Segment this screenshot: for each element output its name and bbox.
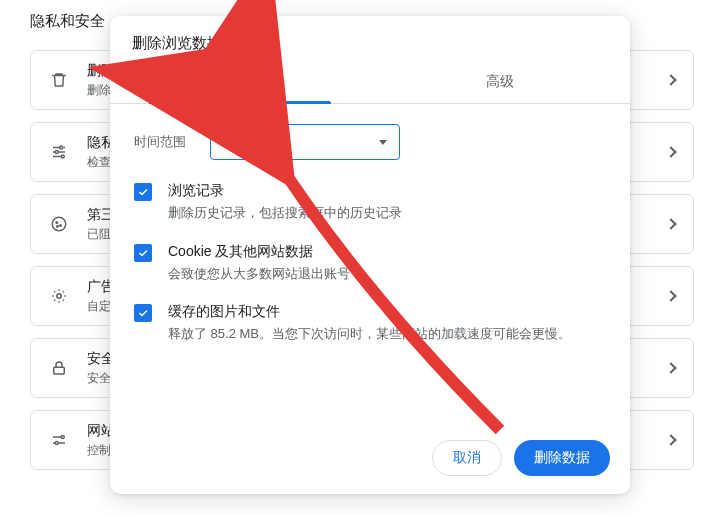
time-range-value: 时间不限 [223,133,275,151]
checkbox-cache[interactable] [134,304,152,322]
delete-data-button[interactable]: 删除数据 [514,440,610,476]
time-range-select[interactable]: 时间不限 [210,124,400,160]
chevron-down-icon [379,140,387,145]
dialog-title: 删除浏览数据 [110,16,630,63]
check-sub: 会致使您从大多数网站退出账号 [168,264,606,284]
check-title: Cookie 及其他网站数据 [168,243,606,261]
dialog-overlay: 删除浏览数据 基本 高级 时间范围 时间不限 浏览记录 删除历史记录，包括搜索框… [0,0,724,515]
check-sub: 释放了 85.2 MB。当您下次访问时，某些网站的加载速度可能会更慢。 [168,324,606,344]
check-sub: 删除历史记录，包括搜索框中的历史记录 [168,203,606,223]
check-title: 浏览记录 [168,182,606,200]
check-item-cookies: Cookie 及其他网站数据 会致使您从大多数网站退出账号 [134,243,606,284]
check-item-history: 浏览记录 删除历史记录，包括搜索框中的历史记录 [134,182,606,223]
time-range-row: 时间范围 时间不限 [134,124,606,160]
check-title: 缓存的图片和文件 [168,303,606,321]
tab-advanced[interactable]: 高级 [370,63,630,103]
check-item-cache: 缓存的图片和文件 释放了 85.2 MB。当您下次访问时，某些网站的加载速度可能… [134,303,606,344]
cancel-button[interactable]: 取消 [432,440,502,476]
checkbox-history[interactable] [134,183,152,201]
dialog-footer: 取消 删除数据 [110,426,630,494]
delete-browsing-data-dialog: 删除浏览数据 基本 高级 时间范围 时间不限 浏览记录 删除历史记录，包括搜索框… [110,16,630,494]
dialog-body: 时间范围 时间不限 浏览记录 删除历史记录，包括搜索框中的历史记录 [110,104,630,426]
dialog-tabs: 基本 高级 [110,63,630,104]
time-range-label: 时间范围 [134,133,196,151]
tab-basic[interactable]: 基本 [110,63,370,103]
checkbox-cookies[interactable] [134,244,152,262]
